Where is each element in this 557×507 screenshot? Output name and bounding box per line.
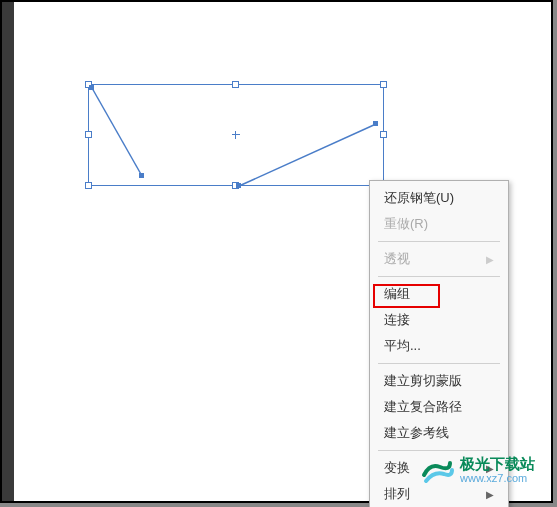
handle-top-right[interactable] <box>380 81 387 88</box>
menu-label: 排列 <box>384 485 410 503</box>
menu-label: 透视 <box>384 250 410 268</box>
chevron-right-icon: ▶ <box>486 489 494 500</box>
menu-label: 重做(R) <box>384 215 428 233</box>
anchor-point[interactable] <box>89 85 94 90</box>
menu-separator <box>378 241 500 242</box>
anchor-point[interactable] <box>373 121 378 126</box>
menu-label: 变换 <box>384 459 410 477</box>
anchor-point[interactable] <box>236 183 241 188</box>
center-marker <box>232 131 240 139</box>
menu-label: 连接 <box>384 311 410 329</box>
menu-separator <box>378 450 500 451</box>
handle-bottom-left[interactable] <box>85 182 92 189</box>
handle-middle-right[interactable] <box>380 131 387 138</box>
watermark-text: 极光下载站 www.xz7.com <box>460 456 535 485</box>
menu-join[interactable]: 连接 <box>370 307 508 333</box>
chevron-right-icon: ▶ <box>486 254 494 265</box>
menu-make-compound-path[interactable]: 建立复合路径 <box>370 394 508 420</box>
menu-undo-pen[interactable]: 还原钢笔(U) <box>370 185 508 211</box>
menu-label: 还原钢笔(U) <box>384 189 454 207</box>
anchor-point[interactable] <box>139 173 144 178</box>
menu-make-clipping-mask[interactable]: 建立剪切蒙版 <box>370 368 508 394</box>
menu-perspective: 透视 ▶ <box>370 246 508 272</box>
watermark-logo-icon <box>420 453 454 487</box>
menu-average[interactable]: 平均... <box>370 333 508 359</box>
menu-separator <box>378 276 500 277</box>
canvas[interactable]: 还原钢笔(U) 重做(R) 透视 ▶ 编组 连接 平均... 建立剪切蒙版 <box>14 2 551 501</box>
menu-group[interactable]: 编组 <box>370 281 508 307</box>
handle-middle-left[interactable] <box>85 131 92 138</box>
menu-make-guides[interactable]: 建立参考线 <box>370 420 508 446</box>
menu-label: 建立剪切蒙版 <box>384 372 462 390</box>
menu-label: 平均... <box>384 337 421 355</box>
handle-top-center[interactable] <box>232 81 239 88</box>
menu-label: 建立参考线 <box>384 424 449 442</box>
menu-label: 编组 <box>384 285 410 303</box>
watermark-name: 极光下载站 <box>460 456 535 473</box>
menu-separator <box>378 363 500 364</box>
dark-border-bar <box>2 2 14 501</box>
menu-label: 建立复合路径 <box>384 398 462 416</box>
selection-bounding-box[interactable] <box>88 84 384 186</box>
app-frame: 还原钢笔(U) 重做(R) 透视 ▶ 编组 连接 平均... 建立剪切蒙版 <box>0 0 553 503</box>
watermark: 极光下载站 www.xz7.com <box>420 453 535 487</box>
watermark-url: www.xz7.com <box>460 472 535 484</box>
menu-redo: 重做(R) <box>370 211 508 237</box>
